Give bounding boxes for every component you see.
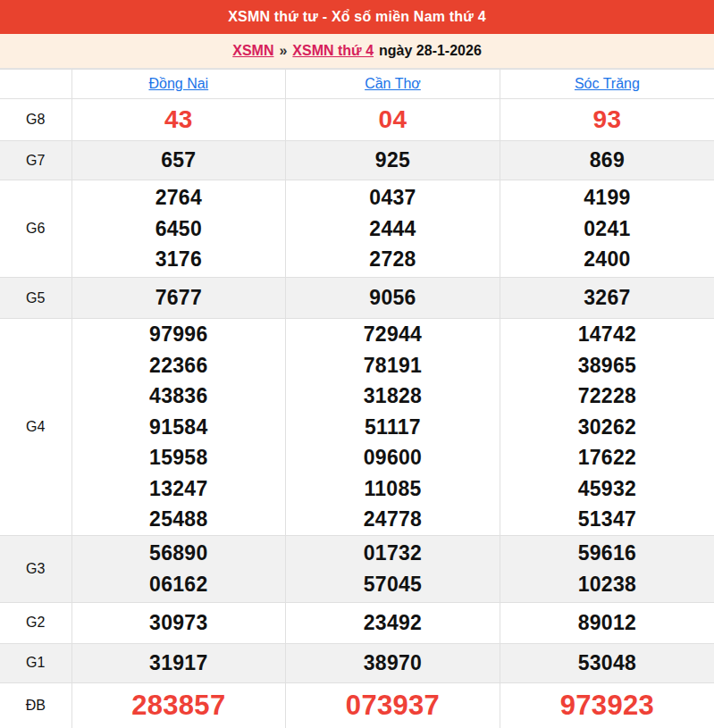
province-header-cell: Cần Thơ: [286, 70, 500, 99]
result-number: 23492: [286, 607, 500, 639]
table-row-g5: G5767790563267: [0, 278, 714, 319]
result-cell: 283857: [71, 682, 286, 728]
table-row-g2: G2309732349289012: [0, 602, 714, 643]
result-cell: 38970: [286, 643, 500, 682]
result-cell: 93: [500, 99, 714, 141]
result-number: 22366: [72, 350, 286, 381]
prize-label: G6: [0, 180, 71, 278]
page-title: XSMN thứ tư - Xổ số miền Nam thứ 4: [228, 9, 486, 25]
result-number: 31828: [286, 381, 500, 412]
result-cell: 97996223664383691584159581324725488: [71, 319, 286, 536]
result-number: 56890: [72, 538, 286, 569]
result-number: 15958: [72, 442, 286, 473]
breadcrumb-link-xsmn-thu-4[interactable]: XSMN thứ 4: [292, 43, 374, 59]
result-number: 43: [72, 103, 286, 137]
result-cell: 043724442728: [286, 180, 500, 278]
result-cell: 276464503176: [71, 180, 286, 278]
results-table-header: Đồng NaiCần ThơSóc Trăng: [0, 70, 714, 99]
province-link-1[interactable]: Cần Thơ: [365, 76, 421, 91]
prize-label: G8: [0, 99, 71, 141]
prize-label: G4: [0, 319, 71, 536]
breadcrumb-link-xsmn[interactable]: XSMN: [232, 43, 273, 59]
result-number: 2444: [286, 213, 500, 245]
prize-label: G3: [0, 535, 71, 602]
result-number: 78191: [286, 350, 500, 381]
result-number: 925: [286, 145, 500, 176]
result-number: 657: [72, 145, 286, 176]
result-number: 89012: [500, 607, 714, 639]
result-number: 97996: [72, 319, 286, 350]
result-cell: 30973: [71, 602, 286, 643]
result-cell: 43: [71, 99, 286, 141]
result-number: 10238: [500, 569, 714, 600]
result-number: 25488: [72, 504, 286, 535]
result-number: 4199: [500, 182, 714, 213]
result-number: 0241: [500, 213, 714, 245]
result-cell: 869: [500, 141, 714, 180]
result-cell: 5961610238: [500, 535, 714, 602]
result-number: 53048: [500, 648, 714, 679]
result-cell: 72944781913182851117096001108524778: [286, 319, 500, 536]
result-cell: 973923: [500, 682, 714, 728]
result-number: 45932: [500, 473, 714, 505]
prize-label: ĐB: [0, 682, 71, 728]
result-number: 3176: [72, 244, 286, 275]
table-row-g1: G1319173897053048: [0, 643, 714, 682]
result-number: 51347: [500, 504, 714, 535]
table-row-g7: G7657925869: [0, 141, 714, 180]
result-cell: 23492: [286, 602, 500, 643]
result-number: 0437: [286, 182, 500, 213]
result-number: 59616: [500, 538, 714, 569]
result-number: 43836: [72, 381, 286, 412]
result-number: 38970: [286, 648, 500, 679]
result-cell: 04: [286, 99, 500, 141]
result-cell: 31917: [71, 643, 286, 682]
result-number: 38965: [500, 350, 714, 381]
result-number: 30262: [500, 412, 714, 443]
result-number: 2728: [286, 244, 500, 275]
result-number: 24778: [286, 504, 500, 535]
result-number: 93: [500, 103, 714, 137]
result-cell: 073937: [286, 682, 500, 728]
result-number: 31917: [72, 648, 286, 679]
result-number: 7677: [72, 282, 286, 314]
prize-label: G7: [0, 141, 71, 180]
lottery-results-page: XSMN thứ tư - Xổ số miền Nam thứ 4 XSMN …: [0, 0, 714, 728]
result-number: 13247: [72, 473, 286, 505]
prize-label: G1: [0, 643, 71, 682]
province-link-0[interactable]: Đồng Nai: [148, 76, 208, 91]
result-cell: 925: [286, 141, 500, 180]
result-cell: 0173257045: [286, 535, 500, 602]
results-table: Đồng NaiCần ThơSóc Trăng G8430493G765792…: [0, 69, 714, 728]
result-number: 869: [500, 145, 714, 176]
page-header-banner: XSMN thứ tư - Xổ số miền Nam thứ 4: [0, 0, 714, 34]
result-number: 09600: [286, 442, 500, 473]
result-number: 04: [286, 103, 500, 137]
result-cell: 53048: [500, 643, 714, 682]
breadcrumb: XSMN » XSMN thứ 4 ngày 28-1-2026: [0, 34, 714, 69]
prize-label: G2: [0, 602, 71, 643]
table-row-g6: G6276464503176043724442728419902412400: [0, 180, 714, 278]
province-header-row: Đồng NaiCần ThơSóc Trăng: [0, 70, 714, 99]
result-cell: 9056: [286, 278, 500, 319]
result-cell: 419902412400: [500, 180, 714, 278]
result-number: 973923: [500, 687, 714, 724]
result-cell: 657: [71, 141, 286, 180]
result-number: 283857: [72, 687, 286, 724]
prize-label: G5: [0, 278, 71, 319]
province-header-cell: Sóc Trăng: [500, 70, 714, 99]
corner-cell: [0, 70, 71, 99]
province-header-cell: Đồng Nai: [71, 70, 286, 99]
province-link-2[interactable]: Sóc Trăng: [575, 76, 640, 91]
result-number: 30973: [72, 607, 286, 639]
result-number: 01732: [286, 538, 500, 569]
result-number: 72944: [286, 319, 500, 350]
table-row-g4: G497996223664383691584159581324725488729…: [0, 319, 714, 536]
result-number: 06162: [72, 569, 286, 600]
result-cell: 89012: [500, 602, 714, 643]
result-cell: 14742389657222830262176224593251347: [500, 319, 714, 536]
result-number: 51117: [286, 412, 500, 443]
result-cell: 3267: [500, 278, 714, 319]
result-number: 6450: [72, 213, 286, 245]
breadcrumb-date: ngày 28-1-2026: [379, 43, 482, 59]
